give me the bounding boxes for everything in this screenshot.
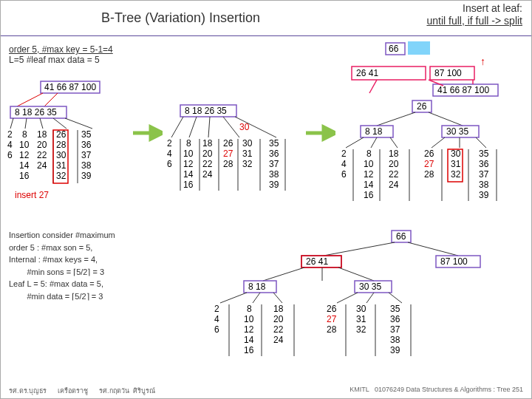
split-rule-text: until full, if full -> split (426, 15, 522, 27)
svg-text:24: 24 (202, 169, 213, 180)
svg-text:20: 20 (273, 314, 284, 324)
svg-text:4: 4 (167, 149, 172, 159)
svg-text:6: 6 (214, 324, 219, 335)
order-text: order 5, #max key = 5-1=4 (9, 44, 113, 55)
svg-text:6: 6 (341, 169, 347, 180)
svg-text:12: 12 (183, 159, 194, 169)
svg-text:6: 6 (167, 159, 172, 169)
svg-text:16: 16 (19, 171, 30, 181)
footer: รศ.ดร.บุญธร เครือตราชู รศ.กฤตวัน ศิริบูร… (0, 386, 532, 396)
svg-text:8 18 26 35: 8 18 26 35 (185, 106, 227, 116)
svg-line-100 (390, 137, 398, 148)
svg-text:36: 36 (390, 314, 400, 324)
svg-text:24: 24 (37, 160, 47, 171)
notes-line: #min sons = ⌈5/2⌉ = 3 (9, 266, 157, 279)
svg-text:26: 26 (223, 138, 233, 149)
svg-text:22: 22 (273, 324, 284, 335)
svg-text:37: 37 (81, 150, 92, 160)
svg-text:8 18 26 35: 8 18 26 35 (15, 107, 57, 117)
notes-line: Internal : #max keys = 4, (9, 253, 157, 266)
svg-line-8 (40, 118, 43, 129)
svg-line-87 (369, 80, 377, 93)
svg-text:32: 32 (56, 171, 66, 181)
svg-line-98 (346, 137, 364, 148)
svg-text:10: 10 (364, 159, 374, 169)
insert-label: insert 27 (15, 190, 49, 200)
svg-rect-79 (408, 41, 430, 55)
svg-line-40 (171, 117, 183, 137)
svg-line-154 (366, 293, 374, 303)
svg-text:4: 4 (7, 140, 13, 150)
svg-text:26: 26 (417, 101, 427, 112)
notes-line: Leaf L = 5: #max data = 5, (9, 278, 157, 290)
svg-text:32: 32 (451, 169, 461, 180)
svg-text:4: 4 (341, 159, 347, 169)
svg-text:36: 36 (81, 140, 92, 150)
svg-line-3 (44, 93, 58, 106)
svg-text:36: 36 (479, 159, 489, 169)
svg-line-6 (10, 118, 13, 129)
svg-text:26: 26 (56, 129, 66, 140)
svg-text:35: 35 (479, 149, 489, 159)
svg-line-103 (476, 137, 486, 148)
svg-marker-76 (324, 127, 335, 139)
svg-text:32: 32 (242, 159, 253, 169)
svg-text:22: 22 (202, 159, 213, 169)
svg-line-93 (429, 112, 463, 126)
svg-text:31: 31 (56, 160, 66, 171)
leaf-text: L=5 #leaf max data = 5 (9, 55, 100, 65)
svg-line-88 (429, 80, 443, 86)
svg-line-41 (189, 117, 197, 137)
svg-text:36: 36 (269, 149, 279, 159)
svg-text:41 66 87 100: 41 66 87 100 (44, 82, 96, 92)
svg-text:18: 18 (37, 129, 47, 140)
svg-text:30: 30 (242, 138, 253, 149)
tree4-diagram: 66 26 41 87 100 8 18 30 35 246 810121416… (192, 229, 510, 384)
svg-line-155 (389, 293, 402, 303)
svg-text:35: 35 (81, 129, 92, 140)
svg-text:39: 39 (269, 180, 279, 190)
svg-text:28: 28 (327, 324, 337, 335)
svg-text:38: 38 (479, 180, 489, 190)
svg-text:39: 39 (390, 345, 400, 355)
arrow-right-icon (133, 124, 163, 142)
svg-text:10: 10 (183, 149, 194, 159)
svg-text:27: 27 (327, 314, 337, 324)
svg-text:18: 18 (273, 304, 284, 314)
svg-text:32: 32 (356, 324, 366, 335)
svg-text:87 100: 87 100 (440, 256, 468, 267)
svg-text:12: 12 (364, 169, 374, 180)
svg-text:35: 35 (269, 138, 279, 149)
svg-text:18: 18 (202, 138, 213, 149)
notes-line: order 5 : #max son = 5, (9, 242, 157, 254)
svg-text:8 18: 8 18 (365, 126, 383, 137)
split-note: Insert at leaf: until full, if full -> s… (426, 2, 522, 27)
arrow-right-icon (306, 124, 335, 142)
svg-text:2: 2 (7, 129, 13, 140)
tree3-diagram: 26 8 18 30 35 246 810121416 18202224 262… (338, 99, 523, 225)
svg-marker-37 (151, 127, 163, 139)
svg-text:39: 39 (81, 171, 92, 181)
svg-text:38: 38 (269, 169, 279, 180)
svg-text:30: 30 (56, 150, 66, 160)
split-leaf-text: Insert at leaf: (463, 2, 522, 14)
svg-line-7 (25, 118, 27, 129)
svg-text:20: 20 (389, 159, 399, 169)
svg-line-151 (253, 293, 260, 303)
svg-text:8 18: 8 18 (248, 282, 266, 292)
svg-text:↑: ↑ (480, 55, 485, 67)
svg-text:22: 22 (37, 150, 47, 160)
svg-text:16: 16 (244, 345, 254, 355)
svg-text:2: 2 (167, 138, 172, 149)
svg-line-136 (324, 242, 395, 256)
svg-text:30: 30 (451, 149, 461, 159)
svg-text:31: 31 (451, 159, 461, 169)
svg-text:35: 35 (390, 304, 400, 314)
svg-text:39: 39 (479, 190, 489, 200)
svg-text:16: 16 (183, 180, 194, 190)
svg-text:8: 8 (186, 138, 191, 149)
svg-text:14: 14 (244, 335, 254, 345)
svg-text:14: 14 (364, 180, 374, 190)
svg-text:31: 31 (356, 314, 366, 324)
svg-text:2: 2 (341, 149, 347, 159)
